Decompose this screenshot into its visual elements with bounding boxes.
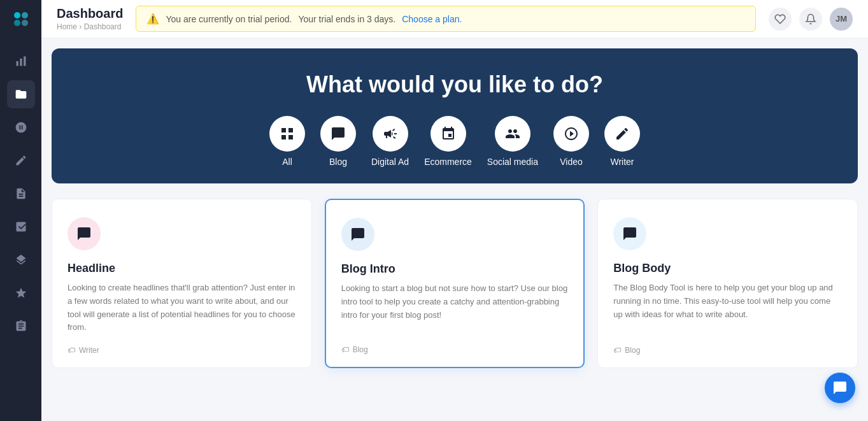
svg-rect-10 [288, 135, 293, 139]
card-blog-intro-footer: 🏷 Blog [341, 345, 569, 354]
card-blog-body-tag: Blog [625, 346, 640, 355]
category-list: All Blog Digital Ad [67, 116, 843, 167]
svg-rect-7 [281, 128, 286, 132]
content-area: What would you like to do? All Blog [41, 38, 868, 421]
sidebar-item-layers[interactable] [7, 246, 35, 274]
trial-end-text: Your trial ends in 3 days. [298, 14, 395, 24]
sidebar-item-edit[interactable] [7, 146, 35, 175]
sidebar-logo[interactable] [8, 6, 34, 32]
sidebar [0, 0, 41, 421]
category-all-icon [269, 116, 305, 152]
category-digital-ad[interactable]: Digital Ad [371, 116, 409, 167]
sidebar-item-folder[interactable] [7, 80, 35, 108]
chat-button[interactable] [825, 373, 855, 403]
choose-plan-link[interactable]: Choose a plan. [402, 14, 462, 24]
tag-icon-3: 🏷 [613, 346, 621, 355]
svg-rect-4 [16, 61, 18, 66]
category-blog-icon [320, 116, 356, 152]
main-content: Dashboard Home Dashboard ⚠️ You are curr… [41, 0, 868, 421]
card-blog-body-title: Blog Body [613, 262, 842, 275]
category-video-label: Video [560, 157, 583, 167]
category-ecommerce[interactable]: Ecommerce [424, 116, 472, 167]
card-blog-body-desc: The Blog Body Tool is here to help you g… [613, 282, 842, 334]
breadcrumb-home[interactable]: Home [57, 22, 77, 31]
category-ecommerce-label: Ecommerce [424, 157, 472, 167]
trial-text: You are currently on trial period. [166, 14, 292, 24]
svg-rect-9 [281, 135, 286, 139]
card-blog-intro-icon [341, 218, 374, 251]
svg-rect-8 [288, 128, 293, 132]
card-blog-intro-desc: Looking to start a blog but not sure how… [341, 282, 569, 334]
category-social-media[interactable]: Social media [487, 116, 538, 167]
header-left: Dashboard Home Dashboard [57, 6, 123, 31]
svg-point-3 [22, 20, 28, 26]
category-social-media-icon [495, 116, 530, 152]
tag-icon-2: 🏷 [341, 345, 349, 354]
sidebar-item-star[interactable] [7, 279, 35, 307]
tag-icon: 🏷 [68, 346, 75, 355]
category-all-label: All [282, 157, 292, 167]
card-blog-body-footer: 🏷 Blog [613, 346, 842, 355]
svg-point-1 [22, 12, 28, 18]
header: Dashboard Home Dashboard ⚠️ You are curr… [41, 0, 868, 38]
card-blog-body[interactable]: Blog Body The Blog Body Tool is here to … [597, 199, 858, 368]
svg-point-2 [14, 20, 20, 26]
card-blog-intro-title: Blog Intro [341, 262, 569, 276]
heart-button[interactable] [769, 8, 792, 31]
card-headline-icon [68, 217, 101, 250]
card-headline-tag: Writer [79, 346, 99, 355]
category-video-icon [553, 116, 589, 152]
sidebar-item-analytics[interactable] [7, 47, 35, 75]
hero-arrow [67, 175, 843, 183]
warning-icon: ⚠️ [146, 13, 159, 25]
header-right: JM [769, 8, 853, 31]
category-ecommerce-icon [430, 116, 466, 152]
card-blog-body-icon [613, 217, 646, 250]
category-digital-ad-icon [373, 116, 408, 152]
svg-rect-6 [24, 57, 25, 66]
category-writer[interactable]: Writer [604, 116, 640, 167]
sidebar-item-chart[interactable] [7, 213, 35, 241]
page-title: Dashboard [57, 6, 123, 21]
category-all[interactable]: All [269, 116, 305, 167]
svg-rect-5 [20, 59, 22, 66]
card-blog-intro-tag: Blog [353, 345, 368, 354]
category-digital-ad-label: Digital Ad [371, 157, 409, 167]
hero-heading: What would you like to do? [67, 71, 843, 98]
sidebar-item-rocket[interactable] [7, 113, 35, 141]
card-headline-footer: 🏷 Writer [68, 346, 296, 355]
category-writer-label: Writer [610, 157, 634, 167]
avatar[interactable]: JM [830, 8, 853, 31]
card-headline-desc: Looking to create headlines that'll grab… [68, 282, 296, 334]
category-blog[interactable]: Blog [320, 116, 356, 167]
breadcrumb-current: Dashboard [79, 22, 121, 31]
cards-grid: Headline Looking to create headlines tha… [52, 199, 858, 368]
card-headline-title: Headline [68, 262, 296, 275]
sidebar-item-document[interactable] [7, 180, 35, 208]
card-headline[interactable]: Headline Looking to create headlines tha… [52, 199, 312, 368]
category-social-media-label: Social media [487, 157, 538, 167]
svg-point-0 [14, 12, 20, 18]
category-blog-label: Blog [329, 157, 347, 167]
sidebar-item-clipboard[interactable] [7, 312, 35, 340]
breadcrumb: Home Dashboard [57, 22, 123, 31]
card-blog-intro[interactable]: Blog Intro Looking to start a blog but n… [325, 199, 585, 368]
notification-button[interactable] [799, 8, 822, 31]
hero-section: What would you like to do? All Blog [52, 48, 858, 183]
category-writer-icon [604, 116, 640, 152]
category-video[interactable]: Video [553, 116, 589, 167]
trial-banner: ⚠️ You are currently on trial period. Yo… [136, 6, 756, 32]
